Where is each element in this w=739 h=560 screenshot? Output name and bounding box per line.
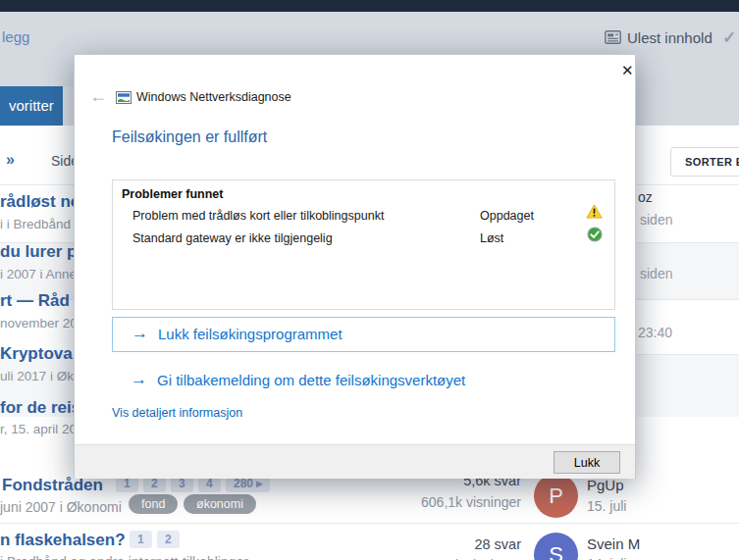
arrow-right-icon: → bbox=[132, 324, 148, 343]
problem-status: Løst bbox=[480, 231, 503, 245]
topic-meta: i 2007 i Anne bbox=[0, 267, 77, 281]
topic-meta: juni 2007 i Økonomi bbox=[0, 499, 122, 515]
last-poster-name[interactable]: Svein M bbox=[587, 535, 640, 552]
dialog-footer: Lukk bbox=[75, 444, 635, 479]
topic-meta: november 20 bbox=[0, 316, 78, 331]
view-details-link[interactable]: Vis detaljert informasjon bbox=[112, 406, 242, 420]
topic-replies: 28 svar bbox=[474, 536, 521, 552]
back-arrow-icon[interactable]: ← bbox=[89, 86, 107, 107]
topic-title[interactable]: Fondstråden bbox=[2, 476, 103, 495]
topic-last-time: siden bbox=[640, 266, 672, 281]
newspaper-icon bbox=[605, 30, 621, 48]
topic-title[interactable]: du lurer p bbox=[0, 242, 77, 262]
site-top-bar bbox=[0, 0, 739, 12]
topic-meta: uli 2017 i Øko bbox=[0, 369, 81, 383]
dialog-heading: Feilsøkingen er fullført bbox=[112, 128, 267, 146]
sort-button[interactable]: SORTER ETT bbox=[670, 147, 739, 177]
close-dialog-button[interactable]: Lukk bbox=[554, 451, 620, 474]
topic-last-poster[interactable]: oz bbox=[638, 189, 653, 205]
topic-last-time: 23:40 bbox=[638, 325, 672, 340]
action-label: Lukk feilsøkingsprogrammet bbox=[158, 326, 343, 342]
avatar[interactable]: S bbox=[534, 533, 578, 560]
problem-status: Oppdaget bbox=[480, 209, 534, 223]
tab-favoritter[interactable]: voritter bbox=[0, 86, 63, 126]
network-diagnostics-app-icon bbox=[116, 90, 132, 108]
forum-page: legg Ulest innhold ✓ voritter » Side SOR… bbox=[0, 0, 739, 560]
topic-title[interactable]: Kryptova bbox=[0, 344, 73, 364]
topic-title[interactable]: rt — Råd o bbox=[0, 291, 84, 311]
action-close-troubleshooter[interactable]: → Lukk feilsøkingsprogrammet bbox=[112, 317, 615, 352]
breadcrumb-chevrons-icon[interactable]: » bbox=[6, 151, 15, 169]
last-post-date: 14. juli bbox=[587, 556, 626, 560]
topic-tag[interactable]: fond bbox=[129, 494, 178, 514]
avatar[interactable]: P bbox=[534, 474, 578, 518]
arrow-right-icon: → bbox=[131, 370, 147, 389]
problems-panel: Problemer funnet Problem med trådløs kor… bbox=[112, 179, 615, 310]
page-pill[interactable]: 2 bbox=[157, 531, 180, 548]
problems-header: Problemer funnet bbox=[122, 187, 224, 201]
last-post-date: 15. juli bbox=[587, 498, 626, 514]
mark-read-icon[interactable]: ✓ bbox=[722, 27, 736, 48]
last-poster-name[interactable]: PgUp bbox=[587, 477, 624, 493]
problem-name: Standard gateway er ikke tilgjengelig bbox=[132, 231, 333, 245]
network-diagnostics-dialog: ✕ ← Windows Nettverksdiagnose Feilsøking… bbox=[74, 54, 636, 479]
page-pill[interactable]: 1 bbox=[130, 531, 152, 548]
topic-last-time: siden bbox=[640, 212, 672, 228]
warning-icon bbox=[586, 204, 603, 223]
topic-title[interactable]: n flaskehalsen? bbox=[0, 531, 126, 550]
topic-meta: i Bredbånd og andre internett-tilkobling… bbox=[0, 554, 248, 560]
problem-name: Problem med trådløs kort eller tilkoblin… bbox=[132, 209, 384, 223]
create-post-link[interactable]: legg bbox=[2, 28, 29, 45]
close-icon[interactable]: ✕ bbox=[615, 60, 640, 81]
topic-tag[interactable]: økonomi bbox=[184, 494, 256, 514]
fixed-check-icon bbox=[587, 227, 603, 246]
action-give-feedback[interactable]: Gi tilbakemelding om dette feilsøkingsve… bbox=[157, 372, 465, 388]
topic-title[interactable]: for de reis bbox=[0, 398, 80, 418]
topic-views: 606,1k visninger bbox=[421, 494, 521, 510]
unread-content-link[interactable]: Ulest innhold bbox=[627, 29, 713, 46]
topic-title[interactable]: rådløst net bbox=[0, 192, 85, 212]
topic-meta: r, 15. april 200 bbox=[0, 422, 84, 436]
topic-meta: i i Bredbånd bbox=[0, 217, 71, 231]
dialog-title: Windows Nettverksdiagnose bbox=[136, 90, 291, 104]
row-divider bbox=[0, 523, 739, 524]
